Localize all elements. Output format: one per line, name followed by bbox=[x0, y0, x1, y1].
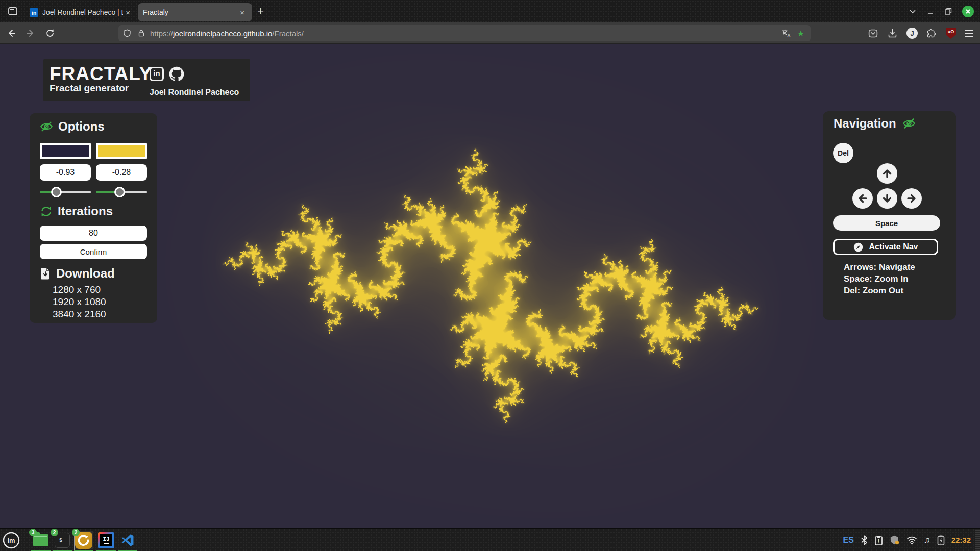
nav-left-button[interactable] bbox=[852, 188, 873, 209]
intellij-icon: IJ bbox=[98, 532, 114, 548]
tab-list-chevron-icon[interactable] bbox=[909, 7, 917, 15]
confirm-button[interactable]: Confirm bbox=[40, 244, 147, 259]
wifi-icon[interactable] bbox=[906, 536, 917, 545]
minimize-button[interactable] bbox=[927, 8, 934, 15]
linkedin-favicon: in bbox=[30, 8, 38, 17]
taskbar: lm 3 $_ 2 2 IJ bbox=[0, 528, 980, 551]
account-profile-icon[interactable]: J bbox=[906, 28, 918, 39]
download-options: 1280 x 760 980 x 551 3840 x 2160 bbox=[53, 284, 106, 320]
nav-up-button[interactable] bbox=[877, 163, 897, 184]
eye-slash-icon[interactable] bbox=[902, 117, 916, 130]
svg-text:lm: lm bbox=[7, 537, 15, 544]
download-title: Download bbox=[56, 266, 115, 281]
site-header: FRACTALY Fractal generator in Joel Rondi… bbox=[43, 59, 250, 101]
firefox-view-glyph bbox=[8, 6, 18, 16]
back-button[interactable] bbox=[3, 25, 19, 41]
taskbar-files-button[interactable]: 3 bbox=[32, 531, 50, 549]
iterations-header: Iterations bbox=[40, 204, 113, 218]
forward-button[interactable] bbox=[22, 25, 39, 41]
ublock-origin-icon[interactable]: uO bbox=[946, 28, 956, 39]
bookmark-star-icon[interactable]: ★ bbox=[797, 29, 804, 38]
url-bar[interactable]: https://joelrondinelpacheco.github.io/Fr… bbox=[118, 25, 811, 41]
menu-hamburger-icon[interactable] bbox=[965, 30, 973, 37]
iterations-input[interactable] bbox=[40, 226, 147, 241]
file-download-icon bbox=[40, 267, 51, 280]
nav-down-button[interactable] bbox=[877, 188, 897, 209]
keyboard-layout-indicator[interactable]: ES bbox=[843, 536, 854, 545]
nav-right-button[interactable] bbox=[901, 188, 922, 209]
tab-close-icon[interactable]: × bbox=[237, 7, 247, 18]
tab-title: Joel Rondinel Pacheco | Lin bbox=[42, 8, 123, 16]
taskbar-intellij-button[interactable]: IJ bbox=[97, 531, 115, 549]
window-count-badge: 2 bbox=[51, 529, 58, 536]
c-imag-input[interactable] bbox=[96, 164, 147, 181]
navigation-help: Arrows: Navigate Space: Zoom In Del: Zoo… bbox=[844, 261, 915, 296]
tab-fractaly[interactable]: Fractaly × bbox=[138, 3, 252, 21]
lock-icon[interactable] bbox=[137, 29, 146, 38]
show-desktop-handle[interactable] bbox=[975, 529, 980, 551]
taskbar-browser-button[interactable]: 2 bbox=[75, 531, 93, 549]
pocket-icon[interactable] bbox=[868, 28, 878, 39]
bluetooth-icon[interactable] bbox=[861, 535, 868, 545]
options-panel: Options Iterations bbox=[30, 113, 157, 323]
restore-button[interactable] bbox=[944, 8, 952, 15]
color-swatch-dark[interactable] bbox=[40, 143, 91, 159]
download-1920[interactable]: 980 x 551 bbox=[53, 296, 106, 308]
compass-icon bbox=[853, 242, 864, 253]
reload-button[interactable] bbox=[42, 25, 58, 41]
taskbar-vscode-button[interactable] bbox=[118, 531, 137, 549]
taskbar-terminal-button[interactable]: $_ 2 bbox=[53, 531, 71, 549]
linkedin-icon[interactable]: in bbox=[150, 67, 164, 81]
help-del: Del: Zoom Out bbox=[844, 285, 915, 296]
tab-title: Fractaly bbox=[143, 8, 237, 16]
mint-menu-button[interactable]: lm bbox=[2, 531, 20, 549]
slider-thumb[interactable] bbox=[51, 187, 62, 197]
screen: in Joel Rondinel Pacheco | Lin × Fractal… bbox=[0, 0, 980, 551]
svg-text:!: ! bbox=[878, 538, 879, 544]
shield-permissions-icon[interactable] bbox=[122, 29, 132, 38]
close-icon bbox=[965, 9, 971, 14]
window-count-badge: 2 bbox=[72, 529, 80, 536]
url-path: /Fractals/ bbox=[272, 29, 304, 38]
zoom-out-del-button[interactable]: Del bbox=[833, 143, 853, 163]
c-imag-slider[interactable] bbox=[96, 187, 147, 197]
c-real-slider[interactable] bbox=[40, 187, 91, 197]
github-icon[interactable] bbox=[169, 66, 184, 82]
tab-linkedin[interactable]: in Joel Rondinel Pacheco | Lin × bbox=[24, 3, 138, 21]
url-text[interactable]: https://joelrondinelpacheco.github.io/Fr… bbox=[150, 29, 781, 38]
arrow-left-icon bbox=[856, 192, 869, 205]
clipboard-alert-icon[interactable]: ! bbox=[874, 535, 883, 545]
c-real-input[interactable] bbox=[40, 164, 91, 181]
translate-icon[interactable]: A bbox=[781, 29, 791, 38]
help-space: Space: Zoom In bbox=[844, 273, 915, 285]
clock[interactable]: 22:32 bbox=[951, 536, 971, 544]
color-swatch-yellow[interactable] bbox=[96, 143, 147, 159]
navigation-header: Navigation bbox=[834, 116, 916, 131]
site-title: FRACTALY bbox=[50, 63, 152, 85]
download-1280[interactable]: 1280 x 760 bbox=[53, 284, 106, 296]
options-title: Options bbox=[58, 119, 105, 134]
battery-charging-icon[interactable] bbox=[937, 535, 945, 545]
zoom-in-space-button[interactable]: Space bbox=[833, 215, 940, 231]
media-player-icon[interactable]: ♫ bbox=[924, 535, 930, 545]
brand: FRACTALY Fractal generator bbox=[50, 63, 152, 94]
eye-slash-icon[interactable] bbox=[40, 120, 53, 133]
close-button[interactable] bbox=[962, 6, 974, 17]
download-header: Download bbox=[40, 266, 115, 281]
activate-nav-button[interactable]: Activate Nav bbox=[833, 239, 938, 255]
svg-text:A: A bbox=[787, 33, 791, 38]
slider-thumb[interactable] bbox=[114, 187, 125, 197]
downloads-icon[interactable] bbox=[887, 28, 898, 39]
iterations-title: Iterations bbox=[58, 204, 113, 218]
tab-close-icon[interactable]: × bbox=[123, 7, 133, 18]
system-tray: ES ! ♫ 22:32 bbox=[843, 529, 971, 551]
page-viewport: FRACTALY Fractal generator in Joel Rondi… bbox=[0, 44, 980, 528]
firewall-shield-icon[interactable] bbox=[890, 535, 900, 545]
firefox-view-icon[interactable] bbox=[5, 4, 20, 18]
download-3840[interactable]: 3840 x 2160 bbox=[53, 308, 106, 320]
browser-toolbar: https://joelrondinelpacheco.github.io/Fr… bbox=[0, 22, 980, 44]
new-tab-button[interactable]: + bbox=[257, 5, 264, 18]
mint-logo-icon: lm bbox=[2, 531, 20, 549]
navigation-title: Navigation bbox=[834, 116, 896, 131]
extensions-puzzle-icon[interactable] bbox=[926, 28, 937, 39]
